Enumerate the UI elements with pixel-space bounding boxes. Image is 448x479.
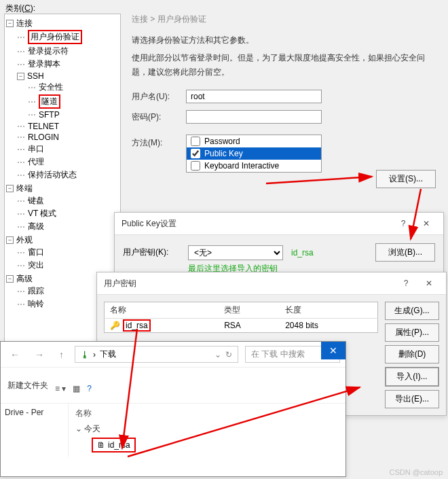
back-icon[interactable]: ← <box>6 348 24 361</box>
tree-node-userauth[interactable]: ⋯用户身份验证 <box>17 30 119 44</box>
file-item-idrsa[interactable]: 🗎 id_rsa <box>92 438 136 453</box>
row-type: RSA <box>219 319 280 333</box>
tree-node-serial[interactable]: ⋯串口 <box>17 143 119 155</box>
tree-node-advanced-t[interactable]: ⋯高级 <box>17 221 119 232</box>
method-item-password[interactable]: Password <box>187 135 321 147</box>
col-length[interactable]: 长度 <box>280 302 377 319</box>
method-keyboard-checkbox[interactable] <box>191 161 200 171</box>
sidebar-item[interactable]: Drive - Per <box>5 408 64 417</box>
help-icon[interactable]: ? <box>393 217 413 230</box>
tree-node-vtmode[interactable]: ⋯VT 模式 <box>17 208 119 219</box>
properties-button[interactable]: 属性(P)... <box>385 323 439 342</box>
description: 请选择身份验证方法和其它参数。 使用此部分以节省登录时间。但是，为了最大限度地提… <box>132 33 436 79</box>
method-label: 方法(M): <box>132 135 186 149</box>
annotation-idrsa: id_rsa <box>291 248 314 258</box>
download-icon: ⭳ <box>81 350 89 359</box>
method-password-label: Password <box>204 137 240 146</box>
tree-node-proxy[interactable]: ⋯代理 <box>17 156 119 168</box>
tree-node-ssh[interactable]: −SSH <box>17 71 119 81</box>
password-input[interactable] <box>186 110 322 124</box>
help-icon[interactable]: ? <box>396 277 416 290</box>
method-item-publickey[interactable]: Public Key <box>187 147 321 160</box>
password-label: 密码(P): <box>132 111 186 123</box>
username-input[interactable] <box>186 90 322 103</box>
publickey-dialog-title: Public Key设置 <box>122 218 176 230</box>
table-row[interactable]: 🔑id_rsa RSA 2048 bits <box>105 319 378 333</box>
col-type[interactable]: 类型 <box>219 302 280 319</box>
import-button[interactable]: 导入(I)... <box>385 367 439 387</box>
tree-node-telnet[interactable]: ⋯TELNET <box>17 122 119 131</box>
tree-toggle-icon[interactable]: − <box>6 20 14 27</box>
method-keyboard-label: Keyboard Interactive <box>204 161 279 171</box>
help-icon[interactable]: ? <box>87 384 92 393</box>
view-list-icon[interactable]: ≡ ▾ <box>55 384 66 393</box>
tree-node-loginscript[interactable]: ⋯登录脚本 <box>17 58 119 70</box>
username-label: 用户名(U): <box>132 91 186 103</box>
files-col-name[interactable]: 名称 <box>75 408 339 419</box>
tree-node-loginprompt[interactable]: ⋯登录提示符 <box>17 46 119 57</box>
tree-node-security[interactable]: ⋯安全性 <box>28 82 119 93</box>
tree-node-terminal[interactable]: −终端 <box>6 183 119 194</box>
tree-node-appearance[interactable]: −外观 <box>6 234 119 246</box>
tree-node-tunnel[interactable]: ⋯隧道 <box>28 94 119 109</box>
tree-toggle-icon[interactable]: − <box>17 73 24 80</box>
watermark: CSDN @catoop <box>390 468 443 476</box>
tree-node-connection[interactable]: −连接 <box>6 18 119 29</box>
file-browser-dialog: ✕ ← → ↑ ⭳ › 下载 ⌄ ↻ 在 下载 中搜索 🔍 新建文件夹 ≡ ▾ … <box>0 341 346 477</box>
userkey-table[interactable]: 名称 类型 长度 🔑id_rsa RSA 2048 bits <box>104 302 378 333</box>
close-icon[interactable]: ✕ <box>419 277 439 290</box>
key-icon: 🔑 <box>110 321 120 330</box>
delete-button[interactable]: 删除(D) <box>385 345 439 363</box>
up-icon[interactable]: ↑ <box>55 348 68 361</box>
settings-button[interactable]: 设置(S)... <box>376 170 436 188</box>
tree-node-keepalive[interactable]: ⋯保持活动状态 <box>17 169 119 181</box>
newfolder-button[interactable]: 新建文件夹 <box>7 380 48 391</box>
tree-node-highlight[interactable]: ⋯突出 <box>17 260 119 271</box>
method-item-keyboard[interactable]: Keyboard Interactive <box>187 160 321 172</box>
tree-toggle-icon[interactable]: − <box>6 185 14 192</box>
userkey-dialog-title: 用户密钥 <box>104 278 136 289</box>
method-password-checkbox[interactable] <box>191 137 200 146</box>
forward-icon[interactable]: → <box>31 348 48 361</box>
address-bar[interactable]: ⭳ › 下载 ⌄ ↻ <box>75 346 238 363</box>
tree-node-window[interactable]: ⋯窗口 <box>17 247 119 258</box>
tree-node-sftp[interactable]: ⋯SFTP <box>28 110 119 120</box>
export-button[interactable]: 导出(E)... <box>385 390 439 408</box>
tree-toggle-icon[interactable]: − <box>6 275 14 283</box>
tree-category-label: 类别(C): <box>5 3 35 14</box>
close-icon[interactable]: ✕ <box>321 342 346 359</box>
file-name: id_rsa <box>108 440 130 450</box>
view-tiles-icon[interactable]: ▦ <box>73 384 80 393</box>
browse-button[interactable]: 浏览(B)... <box>375 243 435 262</box>
userkey-label: 用户密钥(K): <box>123 247 184 258</box>
method-publickey-checkbox[interactable] <box>191 149 200 158</box>
breadcrumb: 连接 > 用户身份验证 <box>132 14 436 25</box>
tree-node-keyboard[interactable]: ⋯键盘 <box>17 195 119 207</box>
tree-node-rlogin[interactable]: ⋯RLOGIN <box>17 132 119 142</box>
method-listbox[interactable]: Password Public Key Keyboard Interactive <box>186 135 322 173</box>
sidebar[interactable]: Drive - Per <box>1 404 69 457</box>
file-icon: 🗎 <box>97 440 105 450</box>
crumb-downloads[interactable]: 下载 <box>100 349 116 360</box>
generate-button[interactable]: 生成(G)... <box>385 302 439 320</box>
row-length: 2048 bits <box>280 319 377 333</box>
group-today[interactable]: ⌄ 今天 <box>75 423 339 435</box>
userkey-select[interactable]: <无> <box>188 245 283 260</box>
row-name: id_rsa <box>123 319 151 332</box>
col-name[interactable]: 名称 <box>105 302 219 319</box>
method-publickey-label: Public Key <box>204 149 243 158</box>
tree-toggle-icon[interactable]: − <box>6 236 14 244</box>
close-icon[interactable]: ✕ <box>416 217 436 230</box>
